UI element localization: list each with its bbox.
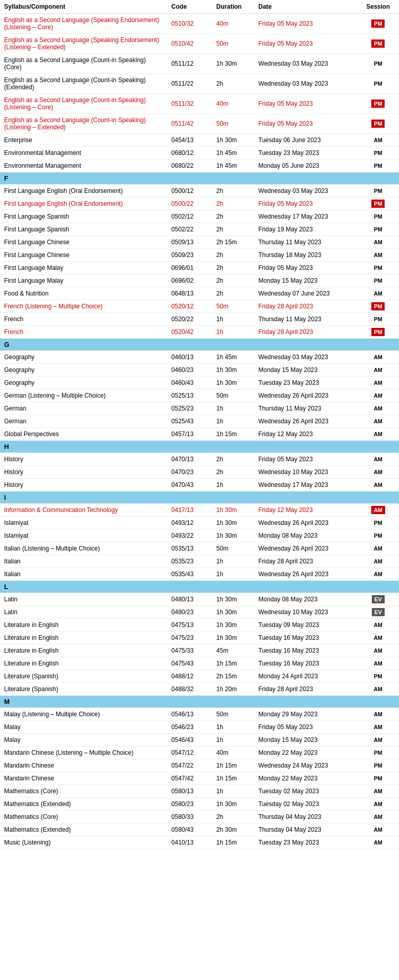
session-badge: PM — [374, 750, 383, 756]
session-cell: AM — [357, 619, 399, 632]
code-cell: 0488/32 — [167, 683, 212, 696]
syllabus-cell: Mathematics (Extended) — [0, 824, 167, 836]
code-cell: 0546/43 — [167, 734, 212, 747]
session-badge: PM — [371, 40, 385, 48]
code-cell: 0511/32 — [167, 94, 212, 114]
code-cell: 0680/12 — [167, 147, 212, 160]
session-cell: PM — [357, 74, 399, 94]
code-cell: 0511/12 — [167, 54, 212, 74]
session-badge: AM — [374, 367, 383, 373]
session-badge: PM — [371, 120, 385, 128]
session-badge: EV — [372, 595, 385, 603]
session-badge: AM — [374, 393, 383, 399]
table-row: Mathematics (Core)0580/332hThursday 04 M… — [0, 811, 399, 824]
col-header-code: Code — [167, 0, 212, 14]
session-cell: AM — [357, 734, 399, 747]
duration-cell: 1h — [212, 415, 254, 428]
date-cell: Monday 24 April 2023 — [254, 670, 357, 683]
session-badge: PM — [374, 163, 383, 169]
syllabus-cell: Geography — [0, 351, 167, 364]
session-cell: AM — [357, 555, 399, 568]
duration-cell: 1h 30m — [212, 530, 254, 542]
session-cell: PM — [357, 517, 399, 530]
table-row: Geography0460/231h 30mMonday 15 May 2023… — [0, 364, 399, 377]
session-cell: PM — [357, 262, 399, 275]
code-cell: 0475/23 — [167, 632, 212, 644]
syllabus-cell: Geography — [0, 364, 167, 377]
table-row: History0470/431hWednesday 17 May 2023AM — [0, 479, 399, 492]
session-cell: PM — [357, 160, 399, 172]
code-cell: 0470/13 — [167, 453, 212, 466]
code-cell: 0410/13 — [167, 836, 212, 849]
date-cell: Thursday 04 May 2023 — [254, 824, 357, 836]
session-cell: PM — [357, 210, 399, 223]
date-cell: Monday 15 May 2023 — [254, 275, 357, 287]
section-header: G — [0, 339, 399, 351]
code-cell: 0510/32 — [167, 14, 212, 34]
session-cell: PM — [357, 114, 399, 134]
code-cell: 0580/13 — [167, 785, 212, 798]
duration-cell: 1h 30m — [212, 632, 254, 644]
duration-cell: 1h 45m — [212, 351, 254, 364]
syllabus-cell: Mathematics (Extended) — [0, 798, 167, 811]
syllabus-cell: First Language Chinese — [0, 236, 167, 249]
syllabus-cell: First Language Spanish — [0, 210, 167, 223]
table-row: Mathematics (Core)0580/131hTuesday 02 Ma… — [0, 785, 399, 798]
session-cell: AM — [357, 504, 399, 517]
table-row: History0470/232hWednesday 10 May 2023AM — [0, 466, 399, 479]
col-header-session: Session — [357, 0, 399, 14]
date-cell: Monday 05 June 2023 — [254, 160, 357, 172]
duration-cell: 2h — [212, 74, 254, 94]
syllabus-cell: English as a Second Language (Count-in S… — [0, 54, 167, 74]
code-cell: 0535/23 — [167, 555, 212, 568]
session-badge: AM — [374, 737, 383, 743]
syllabus-cell: German — [0, 415, 167, 428]
table-row: English as a Second Language (Count-in S… — [0, 114, 399, 134]
syllabus-cell: Mandarin Chinese — [0, 772, 167, 785]
table-row: Mandarin Chinese0547/221h 15mWednesday 2… — [0, 759, 399, 772]
syllabus-cell: Literature in English — [0, 619, 167, 632]
table-row: French0520/221hThursday 11 May 2023PM — [0, 313, 399, 326]
session-badge: AM — [374, 801, 383, 807]
syllabus-cell: English as a Second Language (Speaking E… — [0, 34, 167, 54]
session-cell: AM — [357, 364, 399, 377]
session-badge: AM — [374, 724, 383, 730]
code-cell: 0525/23 — [167, 402, 212, 415]
duration-cell: 1h — [212, 555, 254, 568]
session-badge: PM — [374, 81, 383, 87]
section-header: F — [0, 172, 399, 185]
code-cell: 0511/42 — [167, 114, 212, 134]
syllabus-cell: French (Listening – Multiple Choice) — [0, 300, 167, 313]
date-cell: Tuesday 16 May 2023 — [254, 657, 357, 670]
table-row: English as a Second Language (Count-in S… — [0, 74, 399, 94]
date-cell: Tuesday 06 June 2023 — [254, 134, 357, 147]
session-cell: AM — [357, 428, 399, 441]
duration-cell: 1h 15m — [212, 759, 254, 772]
syllabus-cell: History — [0, 466, 167, 479]
duration-cell: 1h 20m — [212, 683, 254, 696]
duration-cell: 1h 45m — [212, 160, 254, 172]
session-cell: PM — [357, 14, 399, 34]
duration-cell: 2h 15m — [212, 670, 254, 683]
code-cell: 0460/13 — [167, 351, 212, 364]
duration-cell: 2h 30m — [212, 824, 254, 836]
syllabus-cell: Malay — [0, 734, 167, 747]
session-badge: PM — [374, 533, 383, 539]
syllabus-cell: German — [0, 402, 167, 415]
session-cell: EV — [357, 593, 399, 606]
session-cell: PM — [357, 772, 399, 785]
exam-timetable: Syllabus/Component Code Duration Date Se… — [0, 0, 399, 849]
code-cell: 0648/13 — [167, 287, 212, 300]
session-badge: AM — [374, 558, 383, 564]
syllabus-cell: First Language English (Oral Endorsement… — [0, 185, 167, 198]
session-badge: PM — [374, 673, 383, 679]
syllabus-cell: First Language Malay — [0, 262, 167, 275]
session-cell: PM — [357, 670, 399, 683]
syllabus-cell: Italian — [0, 568, 167, 581]
session-cell: AM — [357, 377, 399, 389]
session-cell: PM — [357, 326, 399, 339]
code-cell: 0511/22 — [167, 74, 212, 94]
table-row: Information & Communication Technology04… — [0, 504, 399, 517]
duration-cell: 2h — [212, 811, 254, 824]
table-row: Latin0480/231h 30mWednesday 10 May 2023E… — [0, 606, 399, 619]
